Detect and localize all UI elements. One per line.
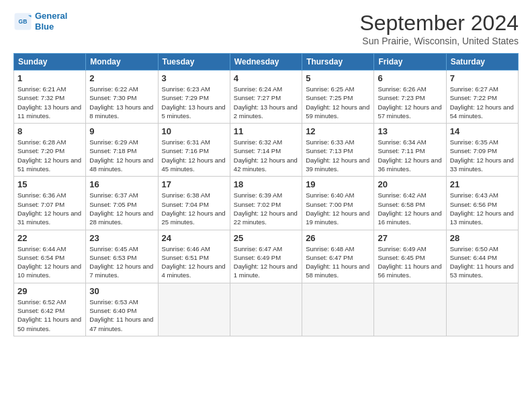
calendar-cell: 29 Sunrise: 6:52 AM Sunset: 6:42 PM Dayl… <box>14 283 86 336</box>
day-number: 12 <box>306 126 370 136</box>
logo: GB General Blue <box>13 11 67 32</box>
day-number: 20 <box>378 179 442 189</box>
day-info: Sunrise: 6:23 AM Sunset: 7:29 PM Dayligh… <box>162 85 226 120</box>
day-info: Sunrise: 6:29 AM Sunset: 7:18 PM Dayligh… <box>89 138 154 173</box>
day-info: Sunrise: 6:46 AM Sunset: 6:51 PM Dayligh… <box>162 244 226 280</box>
day-info: Sunrise: 6:33 AM Sunset: 7:13 PM Dayligh… <box>306 138 370 173</box>
day-number: 27 <box>378 233 442 243</box>
calendar-cell: 11 Sunrise: 6:32 AM Sunset: 7:14 PM Dayl… <box>230 124 302 177</box>
calendar-cell: 14 Sunrise: 6:35 AM Sunset: 7:09 PM Dayl… <box>446 124 518 177</box>
calendar-cell: 17 Sunrise: 6:38 AM Sunset: 7:04 PM Dayl… <box>158 177 230 230</box>
day-info: Sunrise: 6:27 AM Sunset: 7:22 PM Dayligh… <box>450 85 515 120</box>
day-info: Sunrise: 6:25 AM Sunset: 7:25 PM Dayligh… <box>306 85 370 120</box>
day-info: Sunrise: 6:21 AM Sunset: 7:32 PM Dayligh… <box>17 85 82 120</box>
calendar-cell: 18 Sunrise: 6:39 AM Sunset: 7:02 PM Dayl… <box>230 177 302 230</box>
day-number: 22 <box>17 233 82 243</box>
day-info: Sunrise: 6:32 AM Sunset: 7:14 PM Dayligh… <box>234 138 298 173</box>
col-friday: Friday <box>374 54 446 71</box>
day-number: 18 <box>234 179 298 189</box>
calendar-cell: 8 Sunrise: 6:28 AM Sunset: 7:20 PM Dayli… <box>14 124 86 177</box>
logo-icon: GB <box>13 12 32 31</box>
day-number: 17 <box>162 179 226 189</box>
calendar-cell <box>230 283 302 336</box>
calendar-cell: 7 Sunrise: 6:27 AM Sunset: 7:22 PM Dayli… <box>446 71 518 124</box>
calendar-cell: 28 Sunrise: 6:50 AM Sunset: 6:44 PM Dayl… <box>446 230 518 283</box>
day-info: Sunrise: 6:42 AM Sunset: 6:58 PM Dayligh… <box>378 191 442 226</box>
logo-line2: Blue <box>35 21 54 32</box>
day-number: 8 <box>17 126 82 136</box>
day-info: Sunrise: 6:52 AM Sunset: 6:42 PM Dayligh… <box>17 298 82 333</box>
day-info: Sunrise: 6:26 AM Sunset: 7:23 PM Dayligh… <box>378 85 442 120</box>
calendar: Sunday Monday Tuesday Wednesday Thursday… <box>13 53 519 336</box>
day-info: Sunrise: 6:34 AM Sunset: 7:11 PM Dayligh… <box>378 138 442 173</box>
calendar-cell: 15 Sunrise: 6:36 AM Sunset: 7:07 PM Dayl… <box>14 177 86 230</box>
day-number: 26 <box>306 233 370 243</box>
day-number: 6 <box>378 73 442 83</box>
calendar-cell: 3 Sunrise: 6:23 AM Sunset: 7:29 PM Dayli… <box>158 71 230 124</box>
day-info: Sunrise: 6:53 AM Sunset: 6:40 PM Dayligh… <box>89 298 154 333</box>
col-monday: Monday <box>86 54 158 71</box>
calendar-cell: 4 Sunrise: 6:24 AM Sunset: 7:27 PM Dayli… <box>230 71 302 124</box>
col-saturday: Saturday <box>446 54 518 71</box>
calendar-cell: 25 Sunrise: 6:47 AM Sunset: 6:49 PM Dayl… <box>230 230 302 283</box>
day-number: 3 <box>162 73 226 83</box>
day-number: 13 <box>378 126 442 136</box>
calendar-cell: 10 Sunrise: 6:31 AM Sunset: 7:16 PM Dayl… <box>158 124 230 177</box>
calendar-cell: 21 Sunrise: 6:43 AM Sunset: 6:56 PM Dayl… <box>446 177 518 230</box>
day-info: Sunrise: 6:40 AM Sunset: 7:00 PM Dayligh… <box>306 191 370 226</box>
day-info: Sunrise: 6:36 AM Sunset: 7:07 PM Dayligh… <box>17 191 82 226</box>
svg-text:GB: GB <box>19 18 28 25</box>
day-number: 2 <box>89 73 154 83</box>
day-number: 4 <box>234 73 298 83</box>
calendar-cell: 13 Sunrise: 6:34 AM Sunset: 7:11 PM Dayl… <box>374 124 446 177</box>
day-info: Sunrise: 6:31 AM Sunset: 7:16 PM Dayligh… <box>162 138 226 173</box>
calendar-header-row: Sunday Monday Tuesday Wednesday Thursday… <box>14 54 519 71</box>
header: GB General Blue September 2024 Sun Prair… <box>13 11 519 46</box>
day-number: 29 <box>17 286 82 296</box>
calendar-cell <box>302 283 374 336</box>
calendar-cell: 27 Sunrise: 6:49 AM Sunset: 6:45 PM Dayl… <box>374 230 446 283</box>
calendar-cell: 1 Sunrise: 6:21 AM Sunset: 7:32 PM Dayli… <box>14 71 86 124</box>
calendar-cell: 22 Sunrise: 6:44 AM Sunset: 6:54 PM Dayl… <box>14 230 86 283</box>
day-info: Sunrise: 6:22 AM Sunset: 7:30 PM Dayligh… <box>89 85 154 120</box>
location: Sun Prairie, Wisconsin, United States <box>359 36 519 46</box>
calendar-cell: 9 Sunrise: 6:29 AM Sunset: 7:18 PM Dayli… <box>86 124 158 177</box>
day-number: 15 <box>17 179 82 189</box>
day-number: 24 <box>162 233 226 243</box>
calendar-cell <box>158 283 230 336</box>
calendar-cell: 5 Sunrise: 6:25 AM Sunset: 7:25 PM Dayli… <box>302 71 374 124</box>
day-info: Sunrise: 6:43 AM Sunset: 6:56 PM Dayligh… <box>450 191 515 226</box>
day-info: Sunrise: 6:50 AM Sunset: 6:44 PM Dayligh… <box>450 244 515 280</box>
col-wednesday: Wednesday <box>230 54 302 71</box>
day-number: 19 <box>306 179 370 189</box>
calendar-cell: 2 Sunrise: 6:22 AM Sunset: 7:30 PM Dayli… <box>86 71 158 124</box>
calendar-cell: 12 Sunrise: 6:33 AM Sunset: 7:13 PM Dayl… <box>302 124 374 177</box>
calendar-cell <box>446 283 518 336</box>
calendar-cell <box>374 283 446 336</box>
day-number: 30 <box>89 286 154 296</box>
title-block: September 2024 Sun Prairie, Wisconsin, U… <box>359 11 519 46</box>
day-number: 11 <box>234 126 298 136</box>
day-info: Sunrise: 6:28 AM Sunset: 7:20 PM Dayligh… <box>17 138 82 173</box>
col-tuesday: Tuesday <box>158 54 230 71</box>
day-info: Sunrise: 6:49 AM Sunset: 6:45 PM Dayligh… <box>378 244 442 280</box>
day-info: Sunrise: 6:48 AM Sunset: 6:47 PM Dayligh… <box>306 244 370 280</box>
col-thursday: Thursday <box>302 54 374 71</box>
logo-text: General Blue <box>35 11 67 32</box>
day-number: 25 <box>234 233 298 243</box>
logo-line1: General <box>35 11 67 21</box>
calendar-cell: 23 Sunrise: 6:45 AM Sunset: 6:53 PM Dayl… <box>86 230 158 283</box>
day-number: 23 <box>89 233 154 243</box>
day-number: 5 <box>306 73 370 83</box>
day-info: Sunrise: 6:37 AM Sunset: 7:05 PM Dayligh… <box>89 191 154 226</box>
calendar-cell: 20 Sunrise: 6:42 AM Sunset: 6:58 PM Dayl… <box>374 177 446 230</box>
day-info: Sunrise: 6:35 AM Sunset: 7:09 PM Dayligh… <box>450 138 515 173</box>
day-info: Sunrise: 6:47 AM Sunset: 6:49 PM Dayligh… <box>234 244 298 280</box>
day-number: 9 <box>89 126 154 136</box>
day-number: 1 <box>17 73 82 83</box>
calendar-cell: 30 Sunrise: 6:53 AM Sunset: 6:40 PM Dayl… <box>86 283 158 336</box>
day-number: 16 <box>89 179 154 189</box>
day-info: Sunrise: 6:24 AM Sunset: 7:27 PM Dayligh… <box>234 85 298 120</box>
month-title: September 2024 <box>359 11 519 36</box>
calendar-cell: 6 Sunrise: 6:26 AM Sunset: 7:23 PM Dayli… <box>374 71 446 124</box>
